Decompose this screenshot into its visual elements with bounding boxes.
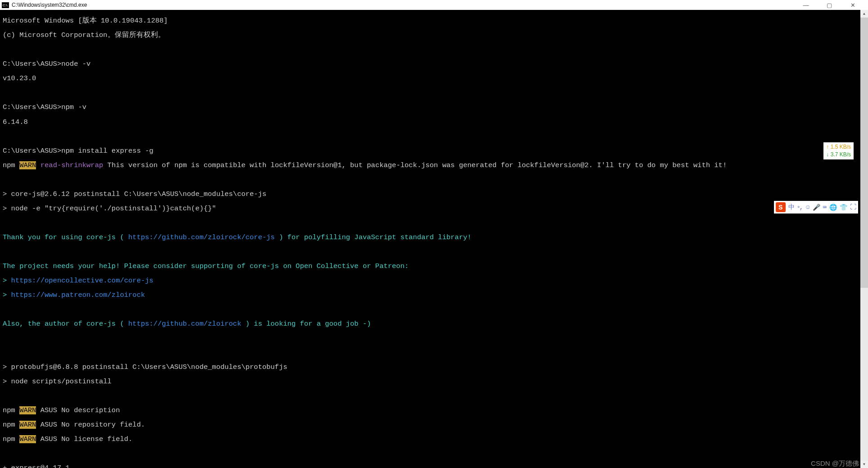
output-text: npm xyxy=(3,421,19,429)
gt-marker: > xyxy=(3,291,11,299)
command-text: npm install express -g xyxy=(61,147,153,155)
output-text: 6.14.8 xyxy=(3,118,28,126)
ime-toolbar[interactable]: S 中 ⸰, ☺ 🎤 ⌨ 🌐 👕 ⛶ xyxy=(774,201,858,214)
scrollbar[interactable]: ▲ ▼ xyxy=(860,10,868,468)
gt-marker: > xyxy=(3,190,11,198)
output-text: node scripts/postinstall xyxy=(11,377,112,386)
scroll-up-button[interactable]: ▲ xyxy=(860,10,868,18)
ime-globe-button[interactable]: 🌐 xyxy=(829,204,837,211)
output-text: v10.23.0 xyxy=(3,74,36,82)
output-text: (c) Microsoft Corporation。保留所有权利。 xyxy=(3,31,165,39)
download-speed: 3.7 KB/s xyxy=(831,151,851,158)
upload-speed: 1.5 KB/s xyxy=(831,144,851,150)
output-text: ) is looking for a good job -) xyxy=(241,320,371,328)
command-text: npm -v xyxy=(61,103,86,111)
link[interactable]: https://www.patreon.com/zloirock xyxy=(11,291,145,299)
output-text: ) for polyfilling JavaScript standard li… xyxy=(275,233,472,241)
scrollbar-thumb[interactable] xyxy=(860,18,868,288)
output-text: npm xyxy=(3,161,19,169)
terminal-output[interactable]: Microsoft Windows [版本 10.0.19043.1288] (… xyxy=(0,10,860,468)
warn-badge: WARN xyxy=(19,161,36,169)
ime-emoji-button[interactable]: ☺ xyxy=(806,204,810,211)
output-text: protobufjs@6.8.8 postinstall C:\Users\AS… xyxy=(11,363,288,371)
command-text: node -v xyxy=(61,60,90,68)
csdn-watermark: CSDN @万德佛 xyxy=(811,459,859,468)
gt-marker: > xyxy=(3,277,11,285)
sogou-logo-icon[interactable]: S xyxy=(776,202,786,212)
link[interactable]: https://github.com/zloirock xyxy=(128,320,241,328)
maximize-button[interactable]: ▢ xyxy=(823,2,836,9)
cmd-icon: C:\. xyxy=(2,2,9,8)
warn-badge: WARN xyxy=(19,421,36,429)
output-text: Also, the author of core-js ( xyxy=(3,320,128,328)
close-button[interactable]: ✕ xyxy=(846,2,859,9)
scroll-down-button[interactable]: ▼ xyxy=(860,460,868,468)
output-text: ASUS No description xyxy=(36,406,120,414)
prompt: C:\Users\ASUS> xyxy=(3,147,61,155)
prompt: C:\Users\ASUS> xyxy=(3,103,61,111)
prompt: C:\Users\ASUS> xyxy=(3,60,61,68)
warn-badge: WARN xyxy=(19,406,36,414)
output-text: ASUS No license field. xyxy=(36,435,132,443)
link[interactable]: https://github.com/zloirock/core-js xyxy=(128,233,275,241)
window-title: C:\Windows\system32\cmd.exe xyxy=(12,2,87,8)
output-text: npm xyxy=(3,435,19,443)
output-text: ASUS No repository field. xyxy=(36,421,145,429)
gt-marker: > xyxy=(3,204,11,213)
output-text: The project needs your help! Please cons… xyxy=(3,262,409,270)
output-text: This version of npm is compatible with l… xyxy=(103,161,727,169)
output-text: + express@4.17.1 xyxy=(3,464,70,468)
output-text: Thank you for using core-js ( xyxy=(3,233,128,241)
gt-marker: > xyxy=(3,363,11,371)
download-arrow-icon: ↓ xyxy=(826,151,829,158)
space xyxy=(36,161,40,169)
ime-lang-button[interactable]: 中 xyxy=(788,203,795,211)
output-text: core-js@2.6.12 postinstall C:\Users\ASUS… xyxy=(11,190,266,198)
output-text: npm xyxy=(3,406,19,414)
ime-keyboard-button[interactable]: ⌨ xyxy=(823,204,827,211)
ime-punct-button[interactable]: ⸰, xyxy=(797,204,803,211)
minimize-button[interactable]: — xyxy=(800,2,812,9)
ime-skin-button[interactable]: 👕 xyxy=(840,204,847,211)
warn-badge: WARN xyxy=(19,435,36,443)
window-titlebar: C:\. C:\Windows\system32\cmd.exe — ▢ ✕ xyxy=(0,0,868,10)
network-speed-overlay: ↑ 1.5 KB/s ↓ 3.7 KB/s xyxy=(823,142,854,159)
ime-settings-button[interactable]: ⛶ xyxy=(850,204,856,211)
output-text: Microsoft Windows [版本 10.0.19043.1288] xyxy=(3,17,168,25)
upload-arrow-icon: ↑ xyxy=(826,144,829,150)
ime-voice-button[interactable]: 🎤 xyxy=(813,204,820,211)
warn-tag: read-shrinkwrap xyxy=(40,161,103,169)
gt-marker: > xyxy=(3,377,11,386)
link[interactable]: https://opencollective.com/core-js xyxy=(11,277,153,285)
output-text: node -e "try{require('./postinstall')}ca… xyxy=(11,204,216,213)
